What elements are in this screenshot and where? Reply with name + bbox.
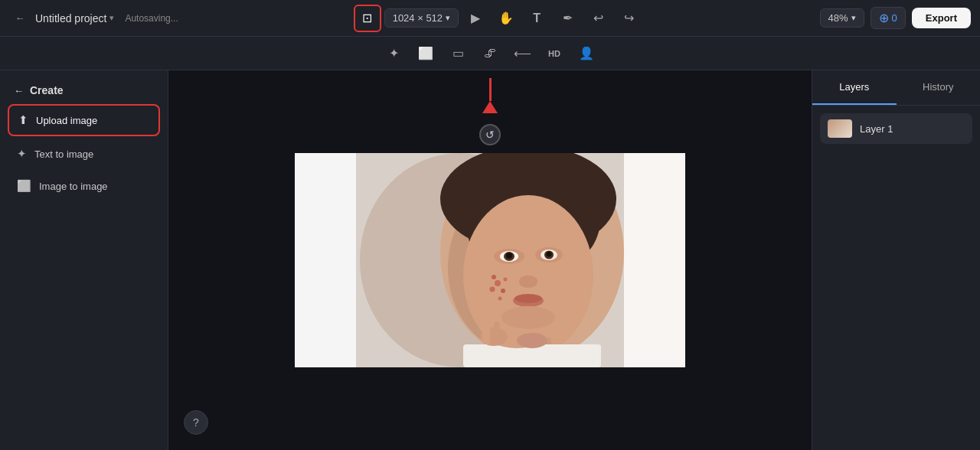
sidebar-item-text-to-image[interactable]: ✦ Text to image (8, 139, 160, 168)
canvas-wrapper: ↺ (295, 153, 685, 367)
text-tool-button[interactable]: T (523, 5, 550, 32)
svg-point-11 (495, 280, 501, 286)
dimension-selector[interactable]: 1024 × 512 ▾ (384, 8, 459, 28)
canvas-image-svg (295, 153, 685, 367)
tab-layers[interactable]: Layers (812, 70, 897, 105)
sidebar: ← Create ⬆ Upload image ✦ Text to image … (0, 70, 168, 450)
svg-point-33 (501, 306, 555, 329)
layer-item[interactable]: Layer 1 (820, 113, 972, 144)
svg-point-21 (517, 333, 547, 348)
svg-point-15 (492, 275, 496, 279)
topbar-left: ← Untitled project ▾ Autosaving... (9, 8, 178, 29)
back-button[interactable]: ← (9, 8, 31, 29)
text-to-image-icon: ✦ (17, 147, 27, 161)
topbar-center: ⊡ 1024 × 512 ▾ ▶ ✋ T ✒ ↩ ↪ (185, 5, 812, 32)
svg-point-12 (501, 289, 505, 293)
secondary-toolbar: ✦ ⬜ ▭ 🖇 ⟵ HD 👤 (0, 37, 980, 70)
panel-tabs: Layers History (812, 70, 980, 106)
main-area: ← Create ⬆ Upload image ✦ Text to image … (0, 70, 980, 450)
project-title[interactable]: Untitled project ▾ (35, 12, 114, 24)
zoom-selector[interactable]: 48% ▾ (820, 8, 864, 28)
pen-tool-button[interactable]: ✒ (554, 5, 581, 32)
svg-point-16 (498, 297, 502, 301)
svg-point-32 (514, 294, 542, 303)
svg-point-26 (506, 253, 512, 259)
right-panel: Layers History Layer 1 (812, 70, 980, 450)
tab-history[interactable]: History (897, 70, 981, 105)
sidebar-item-image-to-image[interactable]: ⬜ Image to image (8, 171, 160, 201)
undo-button[interactable]: ↩ (584, 5, 612, 32)
hand-tool-button[interactable]: ✋ (492, 5, 520, 32)
svg-point-13 (490, 287, 495, 292)
svg-point-29 (547, 252, 552, 257)
export-button[interactable]: Export (912, 8, 971, 28)
select-tool-button[interactable]: ▶ (462, 5, 489, 32)
svg-rect-35 (494, 321, 500, 344)
image-to-image-icon: ⬜ (17, 179, 31, 193)
people-tool-button[interactable]: 👤 (573, 40, 600, 67)
svg-point-30 (519, 276, 537, 288)
autosave-status: Autosaving... (125, 13, 178, 24)
svg-rect-34 (482, 318, 490, 344)
canvas-image[interactable] (295, 153, 685, 367)
adjust-tool-button[interactable]: ⟵ (508, 40, 536, 67)
svg-point-14 (504, 278, 508, 282)
collab-button[interactable]: ⊕ 0 (871, 7, 906, 29)
fit-to-screen-button[interactable]: ⊡ (354, 5, 381, 32)
sidebar-item-upload-image[interactable]: ⬆ Upload image (8, 104, 160, 136)
magic-wand-tool-button[interactable]: ✦ (380, 40, 407, 67)
upload-icon: ⬆ (18, 113, 28, 127)
crop-tool-button[interactable]: ⬜ (412, 40, 439, 67)
red-arrow-indicator (482, 78, 498, 113)
frame-tool-button[interactable]: ▭ (444, 40, 472, 67)
svg-rect-2 (624, 153, 685, 367)
redo-button[interactable]: ↪ (615, 5, 642, 32)
svg-rect-1 (295, 153, 356, 367)
rotate-handle[interactable]: ↺ (479, 124, 501, 145)
topbar-right: 48% ▾ ⊕ 0 Export (818, 7, 971, 29)
create-header[interactable]: ← Create (8, 80, 160, 101)
help-button[interactable]: ? (184, 410, 208, 435)
canvas-area[interactable]: ↺ (168, 70, 812, 450)
layer-thumbnail (828, 119, 852, 138)
topbar: ← Untitled project ▾ Autosaving... ⊡ 102… (0, 0, 980, 37)
hd-button[interactable]: HD (541, 40, 568, 67)
layers-content: Layer 1 (812, 106, 980, 152)
clip-tool-button[interactable]: 🖇 (476, 40, 504, 67)
